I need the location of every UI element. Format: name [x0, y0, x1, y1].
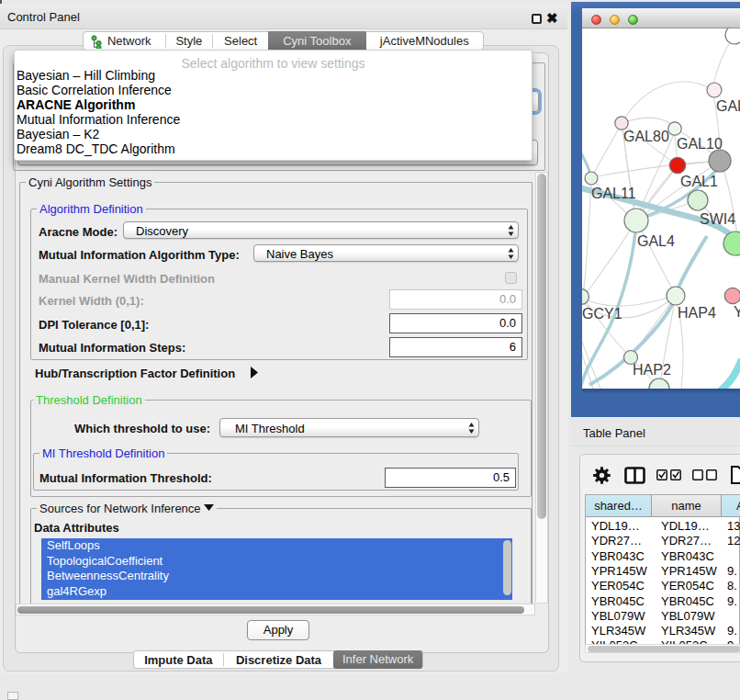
- svg-text:GAL10: GAL10: [677, 136, 723, 152]
- svg-text:GAL4: GAL4: [637, 233, 675, 249]
- svg-text:HAP2: HAP2: [633, 362, 671, 378]
- svg-text:Y: Y: [734, 304, 740, 320]
- svg-text:GAL1: GAL1: [680, 174, 718, 189]
- svg-text:GAL7: GAL7: [716, 98, 740, 114]
- svg-text:GCY1: GCY1: [582, 306, 622, 322]
- svg-text:SWI4: SWI4: [700, 211, 735, 227]
- svg-text:GAL11: GAL11: [591, 186, 636, 201]
- svg-text:GAL80: GAL80: [623, 129, 669, 144]
- svg-text:HAP4: HAP4: [678, 305, 716, 321]
